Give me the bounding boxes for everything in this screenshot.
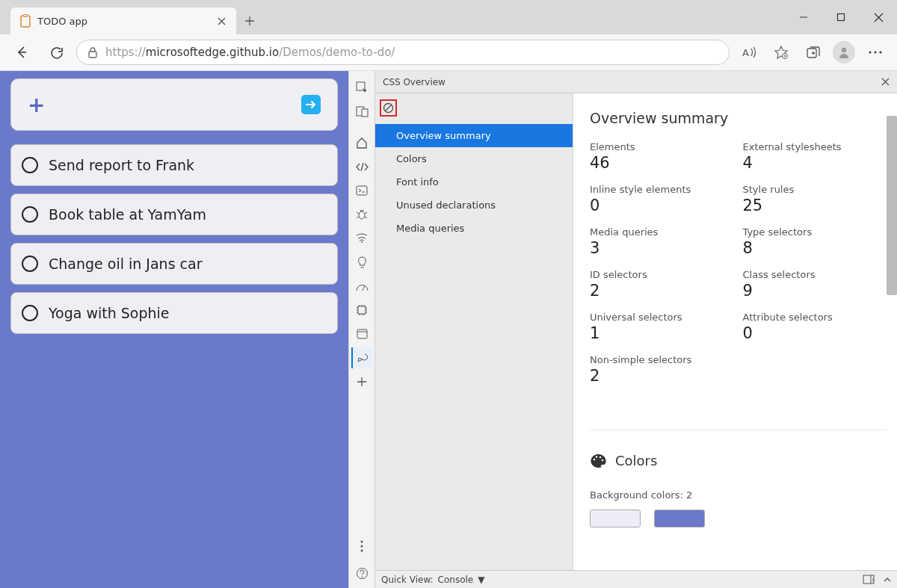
svg-rect-18 <box>357 329 367 338</box>
task-row[interactable]: Book table at YamYam <box>10 194 338 235</box>
overview-main: Overview summary Elements46 External sty… <box>573 93 897 588</box>
color-swatch[interactable] <box>654 510 705 527</box>
network-icon[interactable] <box>351 228 372 249</box>
css-overview-panel: CSS Overview Overview summary Colors Fon… <box>375 71 897 588</box>
memory-icon[interactable] <box>351 300 372 321</box>
task-text: Book table at YamYam <box>49 206 206 223</box>
help-icon[interactable] <box>351 563 372 584</box>
circle-icon[interactable] <box>22 157 38 173</box>
close-window-button[interactable] <box>860 0 897 34</box>
performance-icon[interactable] <box>351 276 372 297</box>
elements-icon[interactable] <box>351 156 372 177</box>
content-area: + Send report to Frank Book table at Yam… <box>0 71 897 588</box>
svg-rect-1 <box>23 15 28 17</box>
task-row[interactable]: Send report to Frank <box>10 144 338 186</box>
overview-nav: Overview summary Colors Font info Unused… <box>375 93 573 588</box>
bug-icon[interactable] <box>351 204 372 225</box>
stats-grid: Elements46 External stylesheets4 Inline … <box>590 141 887 385</box>
dock-icon[interactable] <box>863 575 875 584</box>
color-swatch[interactable] <box>590 510 641 527</box>
new-tab-button[interactable] <box>236 7 263 34</box>
console-icon[interactable] <box>351 180 372 201</box>
refresh-button[interactable] <box>42 38 70 66</box>
nav-media-queries[interactable]: Media queries <box>375 217 573 240</box>
svg-rect-17 <box>358 306 366 314</box>
close-icon[interactable] <box>215 15 227 27</box>
more-tools-icon[interactable] <box>351 536 372 557</box>
bg-colors-label: Background colors: 2 <box>590 489 887 501</box>
back-button[interactable] <box>7 38 36 66</box>
browser-tab[interactable]: TODO app <box>10 7 236 34</box>
stat-item: Universal selectors1 <box>590 312 734 342</box>
add-task-row[interactable]: + <box>10 78 338 131</box>
svg-point-21 <box>361 550 363 552</box>
stat-item: ID selectors2 <box>590 269 734 300</box>
todo-app: + Send report to Frank Book table at Yam… <box>0 71 348 588</box>
svg-point-9 <box>874 51 876 53</box>
scrollbar[interactable] <box>887 116 897 295</box>
stat-item: Type selectors8 <box>743 226 887 257</box>
svg-point-20 <box>361 545 363 548</box>
collections-button[interactable] <box>798 38 827 66</box>
url-text: https://microsoftedge.github.io/Demos/de… <box>105 46 395 59</box>
svg-point-7 <box>842 48 846 52</box>
panel-title: CSS Overview <box>383 77 446 87</box>
circle-icon[interactable] <box>22 256 38 272</box>
nav-overview-summary[interactable]: Overview summary <box>375 124 573 147</box>
favorites-button[interactable] <box>767 38 795 66</box>
profile-button[interactable] <box>830 38 858 66</box>
svg-point-27 <box>599 456 602 458</box>
colors-heading: Colors <box>615 453 657 468</box>
minimize-button[interactable] <box>785 0 822 34</box>
svg-point-23 <box>361 576 363 578</box>
device-icon[interactable] <box>351 101 372 122</box>
maximize-button[interactable] <box>822 0 860 34</box>
svg-point-26 <box>596 456 598 458</box>
close-panel-button[interactable] <box>881 78 890 86</box>
swatch-row <box>590 510 887 527</box>
svg-text:A: A <box>742 47 749 58</box>
task-text: Change oil in Jans car <box>49 256 203 272</box>
inspect-icon[interactable] <box>351 77 372 98</box>
dropdown-icon[interactable]: ▼ <box>478 575 484 585</box>
css-overview-icon[interactable] <box>351 347 372 368</box>
home-icon[interactable] <box>351 132 372 153</box>
palette-icon <box>590 454 606 468</box>
quick-view-value[interactable]: Console <box>438 575 474 585</box>
panel-header: CSS Overview <box>375 71 897 93</box>
clear-overview-button[interactable] <box>380 99 397 117</box>
read-aloud-button[interactable]: A <box>736 38 764 66</box>
plus-icon: + <box>28 93 45 117</box>
svg-point-15 <box>359 211 365 219</box>
circle-icon[interactable] <box>22 206 38 223</box>
arrow-right-icon[interactable] <box>301 95 321 114</box>
svg-rect-29 <box>863 575 874 584</box>
stat-item: Inline style elements0 <box>590 184 734 214</box>
nav-unused-declarations[interactable]: Unused declarations <box>375 194 573 217</box>
svg-rect-2 <box>838 14 845 21</box>
task-row[interactable]: Yoga with Sophie <box>10 292 338 334</box>
nav-font-info[interactable]: Font info <box>375 170 573 194</box>
chevron-up-icon[interactable] <box>884 577 891 582</box>
window-controls <box>785 0 897 34</box>
stat-item: Media queries3 <box>590 226 734 257</box>
stat-item: External stylesheets4 <box>743 141 887 172</box>
circle-icon[interactable] <box>22 305 38 321</box>
svg-point-16 <box>361 241 363 243</box>
add-panel-icon[interactable] <box>351 371 372 392</box>
lightbulb-icon[interactable] <box>351 252 372 273</box>
nav-colors[interactable]: Colors <box>375 147 573 170</box>
task-row[interactable]: Change oil in Jans car <box>10 243 338 285</box>
task-text: Yoga with Sophie <box>49 305 170 321</box>
svg-rect-13 <box>362 109 368 117</box>
stat-item: Class selectors9 <box>743 269 887 300</box>
section-heading: Overview summary <box>590 110 887 126</box>
task-text: Send report to Frank <box>49 157 194 173</box>
more-button[interactable] <box>861 38 890 66</box>
lock-icon <box>87 46 98 58</box>
application-icon[interactable] <box>351 324 372 344</box>
address-bar[interactable]: https://microsoftedge.github.io/Demos/de… <box>76 40 730 65</box>
stat-item: Attribute selectors0 <box>743 312 887 342</box>
browser-toolbar: https://microsoftedge.github.io/Demos/de… <box>0 34 897 71</box>
title-bar: TODO app <box>0 0 897 34</box>
